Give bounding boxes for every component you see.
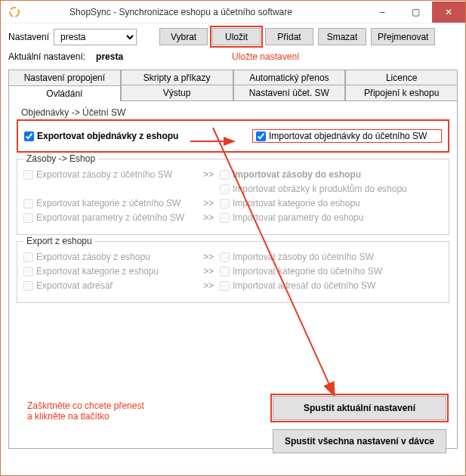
current-preset-label: Aktuální nastavení:: [8, 51, 85, 62]
close-button[interactable]: ✕: [432, 2, 465, 23]
chk-import-images[interactable]: [220, 184, 230, 194]
lbl-exp-cat-eshop: Exportovat kategorie z eshopu: [36, 266, 159, 277]
tabs-row-2: Ovládání Výstup Nastavení účet. SW Připo…: [8, 85, 458, 101]
current-preset-value: presta: [96, 51, 123, 62]
chk-import-categories[interactable]: [220, 199, 230, 209]
lbl-export-params: Exportovat parametry z účetního SW: [36, 212, 184, 223]
run-all-button[interactable]: Spustit všechna nastavení v dávce: [273, 429, 446, 453]
tab-licence[interactable]: Licence: [345, 70, 458, 85]
lbl-import-categories: Importovat kategorie do eshopu: [233, 198, 360, 209]
lbl-imp-stock-sw: Importovat zásoby do účetního SW: [233, 252, 374, 262]
group-stock: Zásoby -> Eshop Exportovat zásoby z účet…: [17, 159, 449, 235]
lbl-import-images: Importovat obrázky k produktům do eshopu: [233, 184, 407, 194]
maximize-button[interactable]: ▢: [399, 2, 432, 23]
group-orders: Exportovat objednávky z eshopu Importova…: [17, 119, 449, 153]
tab-pripojeni-eshopu[interactable]: Připojení k eshopu: [345, 85, 458, 100]
sep: >>: [197, 252, 220, 262]
lbl-imp-adresar: Importovat adresář do účetního SW: [233, 280, 375, 291]
lbl-imp-cat-sw: Importovat kategorie do účetního SW: [233, 266, 382, 277]
chk-imp-stock-sw[interactable]: [220, 252, 230, 262]
svg-point-0: [10, 8, 19, 17]
sep: >>: [197, 280, 220, 291]
chk-export-orders[interactable]: [24, 131, 34, 141]
tabs-row-1: Nastavení propojení Skripty a příkazy Au…: [8, 70, 458, 85]
app-icon: [8, 6, 20, 18]
group-stock-legend: Zásoby -> Eshop: [23, 153, 98, 164]
chk-export-stock[interactable]: [23, 170, 33, 180]
tab-auto-prenos[interactable]: Automatický přenos: [233, 70, 346, 85]
sep: >>: [197, 212, 220, 223]
lbl-export-orders: Exportovat objednávky z eshopu: [37, 131, 178, 141]
group-export-eshop: Export z eshopu Exportovat zásoby z esho…: [17, 241, 449, 303]
lbl-exp-adresar: Exportovat adresář: [36, 280, 113, 291]
group-export-eshop-legend: Export z eshopu: [23, 236, 95, 246]
chk-export-categories[interactable]: [23, 199, 33, 209]
lbl-import-stock: Importovat zásoby do eshopu: [233, 169, 361, 180]
tabpage-ovladani: Objednávky -> Účetní SW Exportovat objed…: [8, 101, 458, 449]
preset-select[interactable]: presta: [54, 29, 137, 45]
chk-exp-cat-eshop[interactable]: [23, 267, 33, 277]
tab-vystup[interactable]: Výstup: [121, 85, 233, 100]
lbl-import-orders: Importovat objednávky do účetního SW: [269, 131, 427, 141]
arrow-right-icon: [190, 136, 243, 147]
sep: >>: [197, 266, 220, 277]
sep: >>: [197, 198, 220, 209]
ulozit-button[interactable]: Uložit: [212, 28, 261, 45]
chk-import-params[interactable]: [220, 213, 230, 223]
lbl-import-params: Importovat parametry do eshopu: [233, 212, 363, 223]
minimize-button[interactable]: –: [366, 2, 399, 23]
tab-skripty[interactable]: Skripty a příkazy: [121, 70, 233, 85]
window-title: ShopSync - Synchronizace eshopu a účetní…: [26, 7, 366, 17]
sep: >>: [197, 169, 220, 180]
tab-nastaveni-propojeni[interactable]: Nastavení propojení: [8, 70, 121, 85]
prejmenovat-button[interactable]: Přejmenovat: [371, 28, 435, 45]
preset-toolbar: Nastavení presta Vybrat Uložit Přidat Sm…: [8, 28, 458, 45]
lbl-export-categories: Exportovat kategorie z účetního SW: [36, 198, 181, 209]
tab-nastaveni-ucet-sw[interactable]: Nastavení účet. SW: [233, 85, 346, 100]
pridat-button[interactable]: Přidat: [265, 28, 313, 45]
tab-ovladani[interactable]: Ovládání: [8, 85, 121, 101]
hint-check-click: Zaškrtněte co chcete přenest a klikněte …: [27, 400, 144, 422]
chk-export-params[interactable]: [23, 213, 33, 223]
chk-exp-adresar[interactable]: [23, 281, 33, 291]
chk-import-stock[interactable]: [220, 170, 230, 180]
ulozit-hint: Uložte nastavení: [232, 51, 299, 62]
lbl-exp-stock-eshop: Exportovat zásoby z eshopu: [36, 252, 150, 262]
run-current-button[interactable]: Spustit aktuální nastavení: [273, 396, 446, 420]
chk-exp-stock-eshop[interactable]: [23, 252, 33, 262]
chk-imp-adresar[interactable]: [220, 281, 230, 291]
titlebar: ShopSync - Synchronizace eshopu a účetní…: [1, 1, 465, 23]
lbl-export-stock: Exportovat zásoby z účetního SW: [36, 169, 172, 180]
nastaveni-label: Nastavení: [8, 32, 49, 42]
vybrat-button[interactable]: Vybrat: [159, 28, 208, 45]
chk-import-orders[interactable]: [256, 131, 266, 141]
chk-imp-cat-sw[interactable]: [220, 267, 230, 277]
smazat-button[interactable]: Smazat: [318, 28, 366, 45]
group-orders-legend: Objednávky -> Účetní SW: [21, 107, 449, 118]
